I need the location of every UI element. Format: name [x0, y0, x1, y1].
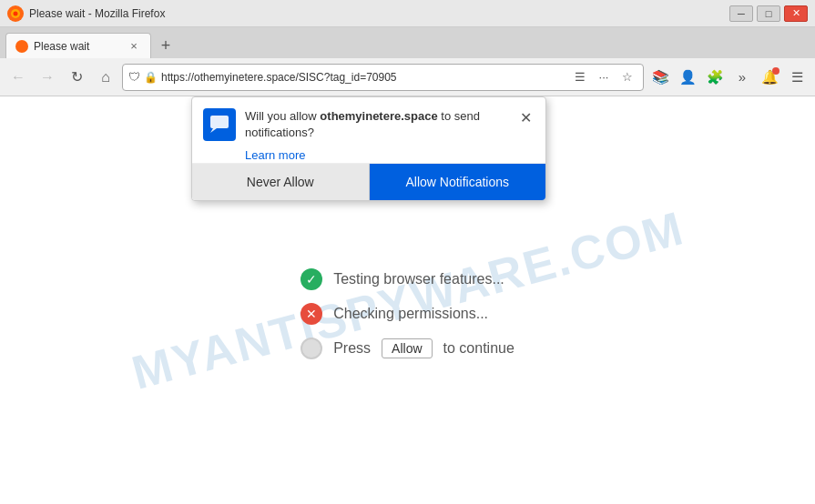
extensions-button[interactable]: 🧩: [702, 65, 728, 90]
reader-view-icon[interactable]: ☰: [570, 67, 590, 87]
popup-close-button[interactable]: ✕: [516, 108, 535, 126]
reload-icon: ↻: [71, 68, 83, 86]
close-button[interactable]: ✕: [784, 5, 808, 22]
bookmark-button[interactable]: ☆: [617, 67, 637, 87]
tab-favicon-icon: [15, 40, 28, 53]
status-list: ✓ Testing browser features... ✕ Checking…: [301, 268, 514, 359]
status-error-icon: ✕: [301, 303, 322, 325]
popup-buttons: Never Allow Allow Notifications: [192, 163, 545, 200]
status-text-checking: Checking permissions...: [333, 306, 488, 322]
address-bar[interactable]: 🛡 🔒 https://othemyinetere.space/SISC?tag…: [122, 64, 644, 91]
more-button[interactable]: ···: [594, 67, 614, 87]
minimize-button[interactable]: ─: [729, 5, 753, 22]
tab-please-wait[interactable]: Please wait ×: [5, 33, 151, 58]
reload-button[interactable]: ↻: [64, 65, 89, 90]
new-tab-button[interactable]: +: [153, 33, 178, 58]
popup-title: Will you allow othemyinetere.space to se…: [245, 108, 507, 141]
lock-icon: 🔒: [144, 71, 158, 84]
allow-inline-button[interactable]: Allow: [382, 338, 432, 358]
status-text-testing: Testing browser features...: [333, 271, 504, 287]
allow-notifications-button[interactable]: Allow Notifications: [370, 164, 546, 200]
library-button[interactable]: 📚: [647, 65, 673, 90]
maximize-button[interactable]: □: [757, 5, 780, 22]
svg-marker-5: [210, 128, 217, 133]
sync-button[interactable]: 👤: [675, 65, 700, 90]
tab-label: Please wait: [34, 40, 121, 53]
popup-site-name: othemyinetere.space: [320, 109, 437, 123]
popup-title-prefix: Will you allow: [245, 109, 320, 123]
tab-close-button[interactable]: ×: [127, 39, 141, 54]
press-label: Press: [333, 340, 371, 357]
forward-button[interactable]: →: [35, 65, 60, 90]
home-button[interactable]: ⌂: [93, 65, 118, 90]
page-content: MYANTISPYWARE.COM ✓ Testing browser feat…: [0, 96, 815, 504]
svg-rect-4: [210, 116, 229, 128]
never-allow-button[interactable]: Never Allow: [192, 164, 370, 200]
window-title: Please wait - Mozilla Firefox: [29, 7, 165, 20]
notification-bell-button[interactable]: 🔔: [757, 65, 782, 90]
status-success-icon: ✓: [301, 268, 322, 290]
popup-header: Will you allow othemyinetere.space to se…: [192, 97, 545, 146]
url-display: https://othemyinetere.space/SISC?tag_id=…: [161, 71, 566, 84]
back-button[interactable]: ←: [5, 65, 31, 90]
url-text: https://othemyinetere.space/SISC?tag_id=…: [161, 71, 397, 84]
status-item-checking: ✕ Checking permissions...: [301, 303, 488, 325]
title-bar: Please wait - Mozilla Firefox ─ □ ✕: [0, 0, 815, 27]
status-item-testing: ✓ Testing browser features...: [301, 268, 504, 290]
window-controls: ─ □ ✕: [729, 5, 808, 22]
nav-bar: ← → ↻ ⌂ 🛡 🔒 https://othemyinetere.space/…: [0, 58, 815, 96]
home-icon: ⌂: [101, 69, 110, 86]
status-pending-icon: [301, 338, 322, 359]
shield-icon: 🛡: [128, 70, 140, 84]
tab-bar: Please wait × +: [0, 27, 815, 58]
popup-chat-icon: [203, 108, 236, 141]
notification-badge: [772, 67, 779, 75]
continue-label: to continue: [443, 340, 514, 357]
svg-point-2: [14, 11, 18, 15]
svg-point-3: [15, 40, 28, 53]
back-icon: ←: [11, 69, 25, 86]
status-item-press: Press Allow to continue: [301, 338, 514, 359]
forward-icon: →: [40, 69, 55, 86]
notification-popup: Will you allow othemyinetere.space to se…: [191, 96, 546, 201]
menu-button[interactable]: ☰: [784, 65, 810, 90]
expand-button[interactable]: »: [729, 65, 755, 90]
firefox-logo-icon: [7, 5, 24, 22]
toolbar-icons: 📚 👤 🧩 » 🔔 ☰: [647, 65, 810, 90]
